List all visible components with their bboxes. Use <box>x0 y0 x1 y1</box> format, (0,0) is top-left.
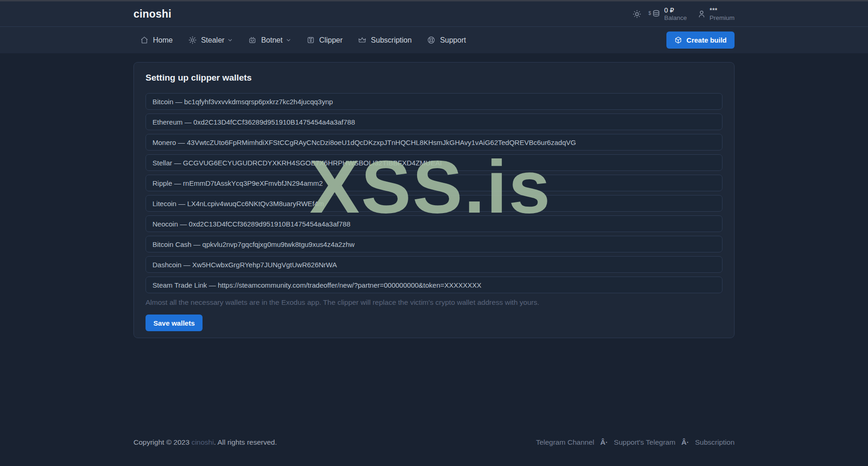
ethereum-wallet-input[interactable] <box>146 113 722 130</box>
balance-value: 0 ₽ <box>664 6 687 14</box>
user-icon <box>697 9 706 19</box>
coins-icon: $ <box>652 9 661 19</box>
robot-icon <box>248 36 257 44</box>
steam-trade-link-input[interactable] <box>146 277 722 293</box>
premium-label: Premium <box>710 14 735 22</box>
save-wallets-button[interactable]: Save wallets <box>146 315 203 331</box>
nav-item-support[interactable]: Support <box>427 36 466 44</box>
page-footer: Copyright © 2023 cinoshi. All rights res… <box>0 438 868 447</box>
footer-separator: Â· <box>600 438 608 447</box>
premium-widget[interactable]: *** Premium <box>697 6 735 21</box>
footer-brand-link[interactable]: cinoshi <box>191 438 214 446</box>
nav-item-clipper[interactable]: Clipper <box>306 36 343 44</box>
stellar-wallet-input[interactable] <box>146 154 722 171</box>
chevron-down-icon <box>286 38 291 43</box>
nav-item-botnet[interactable]: Botnet <box>248 36 291 44</box>
premium-value: *** <box>710 6 735 14</box>
nav-item-home[interactable]: Home <box>140 36 173 44</box>
main-nav: Home Stealer <box>0 27 868 53</box>
app-logo[interactable]: cinoshi <box>133 8 171 20</box>
page-content: Setting up clipper wallets Almost all th… <box>0 53 868 338</box>
card-title: Setting up clipper wallets <box>146 73 722 83</box>
create-build-button[interactable]: Create build <box>666 31 735 49</box>
home-icon <box>140 36 149 44</box>
neocoin-wallet-input[interactable] <box>146 215 722 232</box>
litecoin-wallet-input[interactable] <box>146 195 722 212</box>
nav-item-stealer[interactable]: Stealer <box>188 36 233 44</box>
footer-separator: Â· <box>681 438 689 447</box>
dashcoin-wallet-input[interactable] <box>146 256 722 273</box>
monero-wallet-input[interactable] <box>146 134 722 151</box>
floppy-disk-icon <box>306 36 315 44</box>
footer-link-telegram-channel[interactable]: Telegram Channel <box>536 438 594 447</box>
bitcoin-wallet-input[interactable] <box>146 93 722 110</box>
bitcoin-cash-wallet-input[interactable] <box>146 236 722 252</box>
clipper-wallets-card: Setting up clipper wallets Almost all th… <box>133 62 735 338</box>
gear-icon <box>188 36 197 44</box>
wallets-helper-text: Almost all the necessary wallets are in … <box>146 298 722 307</box>
chevron-down-icon <box>228 38 233 43</box>
dollar-glyph: $ <box>648 11 651 16</box>
theme-toggle-icon[interactable] <box>633 10 641 19</box>
crown-icon <box>358 36 367 44</box>
footer-link-supports-telegram[interactable]: Support's Telegram <box>614 438 676 447</box>
nav-item-subscription[interactable]: Subscription <box>358 36 412 44</box>
copyright-text: Copyright © 2023 cinoshi. All rights res… <box>133 438 277 447</box>
lifebuoy-icon <box>427 36 436 44</box>
wallet-inputs <box>146 93 722 293</box>
balance-widget[interactable]: $ 0 ₽ Balance <box>652 6 687 21</box>
ripple-wallet-input[interactable] <box>146 175 722 191</box>
footer-link-subscription[interactable]: Subscription <box>695 438 735 447</box>
app-header: cinoshi $ 0 ₽ Ba <box>0 1 868 27</box>
cube-icon <box>674 36 682 44</box>
balance-label: Balance <box>664 14 687 22</box>
footer-links: Telegram Channel Â· Support's Telegram Â… <box>536 438 735 447</box>
